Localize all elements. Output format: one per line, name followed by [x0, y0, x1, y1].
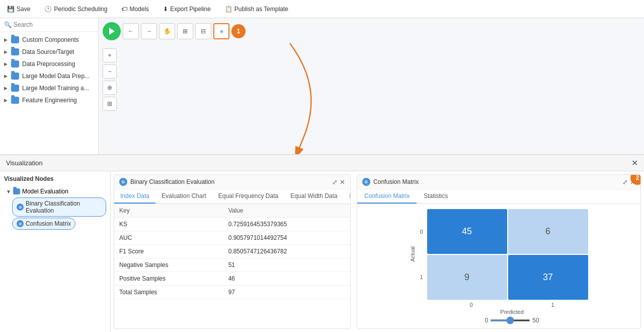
confusion-matrix-container: Actual 0 1 456937 0 [357, 204, 640, 328]
minimap-button[interactable]: ⊞ [103, 97, 117, 111]
zoom-in-icon: + [108, 52, 111, 59]
cm-x-label: Predicted [500, 309, 523, 315]
folder-icon [11, 36, 19, 43]
cm-y-tick-1: 1 [420, 254, 423, 300]
cell-key: Negative Samples [114, 258, 223, 272]
confusion-panel-icon: ⊕ [362, 178, 370, 186]
tab-equal-frequency[interactable]: Equal Frequency Data [212, 189, 284, 204]
export-button[interactable]: ⬇ Export Pipeline [160, 4, 214, 15]
binary-table-container[interactable]: Key Value KS0.7259164535379365AUC0.90579… [114, 204, 350, 328]
model-icon: 🏷 [121, 6, 127, 13]
cell-key: Total Samples [114, 286, 223, 299]
viz-sidebar: Visualized Nodes ▼ Model Evaluation ⊕ Bi… [0, 171, 111, 332]
cm-grid-area: Actual 0 1 456937 [410, 209, 588, 300]
folder-icon [11, 60, 19, 68]
grid-button[interactable]: ⊟ [195, 23, 211, 39]
confusion-matrix-node-button[interactable]: ⊕ Confusion Matrix [12, 218, 75, 230]
viz-icon: ⎈ [220, 28, 223, 35]
fit-zoom-button[interactable]: ⊕ [103, 81, 117, 95]
redo-button[interactable]: → [141, 23, 157, 39]
cm-grid: 456937 [427, 209, 588, 300]
zoom-in-button[interactable]: + [103, 48, 117, 62]
sidebar-item-large-model-training[interactable]: ▶ Large Model Training a... [0, 82, 98, 94]
confusion-panel-title: Confusion Matrix [373, 178, 419, 185]
fit-button[interactable]: ⊞ [177, 23, 193, 39]
sidebar-item-custom-components[interactable]: ▶ Custom Components [0, 34, 98, 46]
cm-x-ticks: 0 1 [431, 302, 594, 308]
slider-min: 0 [485, 317, 489, 324]
viz-header: Visualization ✕ [0, 155, 644, 171]
zoom-controls: + − ⊕ ⊞ [103, 48, 117, 111]
cm-slider-area: 0 50 [485, 317, 539, 324]
cell-value: 97 [223, 286, 350, 299]
fit-zoom-icon: ⊕ [107, 84, 112, 91]
viz-button[interactable]: ⎈ [213, 23, 229, 39]
table-row: KS0.7259164535379365 [114, 218, 350, 231]
zoom-out-icon: − [108, 68, 111, 75]
sidebar-item-feature-engineering[interactable]: ▶ Feature Engineering [0, 94, 98, 106]
left-sidebar: 🔍 ▶ Custom Components ▶ Data Source/Targ… [0, 18, 99, 154]
sidebar-item-large-model-data-prep[interactable]: ▶ Large Model Data Prep... [0, 70, 98, 82]
binary-panel-header: ⊕ Binary Classification Evaluation ⤢ ✕ [114, 175, 350, 189]
tab-confusion-matrix[interactable]: Confusion Matrix [357, 189, 417, 204]
badge-1: 1 [231, 24, 246, 38]
col-value: Value [223, 204, 350, 218]
panel-icon: ⊕ [119, 178, 127, 186]
sidebar-item-data-source-target[interactable]: ▶ Data Source/Target [0, 46, 98, 58]
cm-slider[interactable] [490, 319, 530, 321]
svg-marker-0 [109, 28, 115, 35]
play-button[interactable] [103, 22, 121, 40]
binary-classification-icon: ⊕ [17, 204, 24, 211]
folder-icon [11, 73, 19, 80]
canvas-area[interactable]: ← → ✋ ⊞ ⊟ ⎈ 1 [99, 18, 644, 154]
model-evaluation-item[interactable]: ▼ Model Evaluation [4, 186, 106, 196]
cm-cell: 37 [508, 255, 588, 300]
sidebar-label: Large Model Data Prep... [22, 73, 90, 80]
cell-key: F1 Score [114, 245, 223, 258]
tab-evaluation-chart[interactable]: Evaluation Chart [155, 189, 212, 204]
table-row: Negative Samples51 [114, 258, 350, 272]
cm-x-tick-0: 0 [431, 302, 512, 308]
hand-tool-button[interactable]: ✋ [159, 23, 175, 39]
cm-y-tick-0: 0 [420, 209, 423, 254]
expand-arrow: ▶ [4, 61, 8, 67]
save-icon: 💾 [7, 6, 15, 13]
search-input[interactable] [14, 21, 94, 28]
sidebar-label: Data Preprocessing [22, 60, 75, 68]
expand-arrow: ▶ [4, 74, 8, 79]
confusion-matrix-icon: ⊕ [17, 220, 24, 227]
sidebar-item-data-preprocessing[interactable]: ▶ Data Preprocessing [0, 58, 98, 70]
play-icon [108, 27, 115, 35]
tab-high-se[interactable]: High-se [344, 189, 351, 204]
publish-button[interactable]: 📋 Publish as Template [222, 4, 291, 15]
viz-close-button[interactable]: ✕ [631, 158, 638, 168]
save-button[interactable]: 💾 Save [4, 4, 33, 15]
confusion-expand-button[interactable]: ⤢ [622, 178, 628, 186]
viz-content: ⊕ Binary Classification Evaluation ⤢ ✕ I… [111, 171, 644, 332]
table-row: AUC0.9057971014492754 [114, 231, 350, 245]
folder-icon [11, 85, 19, 92]
table-row: F1 Score0.8505747126436782 [114, 245, 350, 258]
tab-equal-width[interactable]: Equal Width Data [284, 189, 343, 204]
binary-panel-tabs: Index Data Evaluation Chart Equal Freque… [114, 189, 350, 204]
close-panel-button[interactable]: ✕ [340, 178, 345, 186]
sidebar-label: Feature Engineering [22, 97, 77, 104]
cell-key: KS [114, 218, 223, 231]
chevron-down-icon: ▼ [6, 189, 11, 194]
models-button[interactable]: 🏷 Models [118, 4, 152, 15]
zoom-out-button[interactable]: − [103, 64, 117, 79]
tab-index-data[interactable]: Index Data [114, 189, 155, 204]
slider-max: 50 [532, 317, 539, 324]
expand-button[interactable]: ⤢ [332, 178, 338, 186]
table-row: Total Samples97 [114, 286, 350, 299]
expand-arrow: ▶ [4, 37, 8, 42]
undo-icon: ← [128, 28, 134, 35]
cell-value: 46 [223, 272, 350, 286]
undo-button[interactable]: ← [123, 23, 139, 39]
sidebar-label: Large Model Training a... [22, 85, 89, 92]
periodic-scheduling-button[interactable]: 🕐 Periodic Scheduling [41, 4, 110, 15]
canvas-arrow [239, 33, 340, 154]
binary-classification-node-button[interactable]: ⊕ Binary Classification Evaluation [12, 197, 106, 217]
tab-statistics[interactable]: Statistics [417, 189, 455, 204]
confusion-matrix-panel: ⊕ Confusion Matrix ⤢ ✕ 2 Conf [357, 174, 641, 329]
